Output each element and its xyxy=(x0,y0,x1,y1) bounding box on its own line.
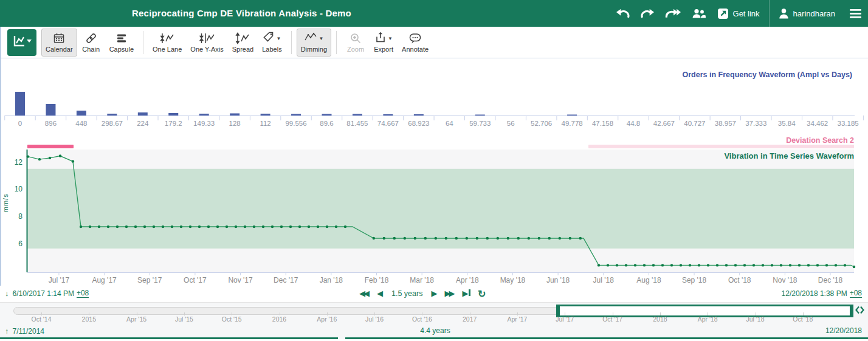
frequency-bar[interactable] xyxy=(230,114,239,116)
frequency-bar[interactable] xyxy=(383,114,393,115)
bar-category-label: 34.462 xyxy=(807,120,828,127)
trend-chart-icon xyxy=(12,34,32,51)
boundary-band xyxy=(27,169,854,249)
bar-category-label: 56 xyxy=(507,120,515,127)
expand-selection-icon[interactable] xyxy=(855,305,864,317)
toolbar-button-annotate[interactable]: Annotate xyxy=(398,29,433,57)
main-menu-button[interactable] xyxy=(841,0,864,27)
toolbar-button-capsule[interactable]: Capsule xyxy=(105,29,138,57)
frequency-bar[interactable] xyxy=(414,114,424,115)
frequency-bar[interactable] xyxy=(567,115,577,116)
seeq-workbench: Reciprocating Cmp DE Vibration Analysis … xyxy=(0,0,868,341)
bottom-accent-line xyxy=(0,337,338,339)
forward-history-button[interactable] xyxy=(660,0,686,27)
user-icon xyxy=(779,8,789,19)
toolbar-button-spread[interactable]: Spread xyxy=(228,29,258,57)
spread-icon xyxy=(235,32,250,44)
bar-category-label: 99.556 xyxy=(285,120,306,127)
frequency-bar-chart[interactable]: 0896448298.67224179.2149.3312811299.5568… xyxy=(0,61,868,131)
bar-category-label: 49.778 xyxy=(562,120,583,127)
undo-button[interactable] xyxy=(611,0,635,27)
month-label: Jul '17 xyxy=(49,276,70,284)
display-range-end[interactable]: 12/20/2018 1:38 PM xyxy=(782,289,847,298)
scrubber-label: Jul '17 xyxy=(556,315,574,323)
scrubber-label: Oct '17 xyxy=(602,315,622,323)
frequency-bar[interactable] xyxy=(475,115,485,116)
bottom-accent-line xyxy=(345,337,868,339)
range-full-start-arrow-icon: ↑ xyxy=(5,326,9,336)
bar-category-label: 81.455 xyxy=(346,120,368,127)
toolbar-button-one-lane[interactable]: One Lane xyxy=(148,29,186,57)
trend-view-dropdown[interactable] xyxy=(7,29,36,56)
step-forward-half-button[interactable]: ▶ xyxy=(427,287,441,300)
frequency-bar[interactable] xyxy=(199,114,209,115)
caret-down-icon: ▼ xyxy=(388,36,393,41)
month-label: Aug '17 xyxy=(92,276,117,284)
frequency-bar[interactable] xyxy=(291,114,301,116)
full-range-end[interactable]: 12/20/2018 xyxy=(825,326,862,335)
frequency-bar[interactable] xyxy=(107,114,117,115)
frequency-bar[interactable] xyxy=(138,112,148,115)
one-lane-icon xyxy=(160,32,174,44)
toolbar-button-chain[interactable]: Chain xyxy=(77,29,105,57)
frequency-bar[interactable] xyxy=(46,104,55,115)
frequency-bar[interactable] xyxy=(322,114,332,116)
investigate-range-scrubber: Oct '142015Apr '15Jul '15Oct '152016Apr … xyxy=(0,303,868,324)
bar-category-label: 149.33 xyxy=(193,120,215,127)
timezone-link[interactable]: +08 xyxy=(77,289,89,298)
step-back-full-button[interactable]: ◀◀ xyxy=(356,287,373,300)
toolbar-button-calendar[interactable]: Calendar xyxy=(41,29,77,57)
toolbar-button-export[interactable]: ▼ Export xyxy=(370,29,398,57)
display-range-row: ↓ 6/10/2017 1:14 PM +08 ◀◀ ◀ 1.5 years ▶… xyxy=(0,286,868,303)
dimming-icon xyxy=(304,31,317,46)
redo-button[interactable] xyxy=(635,0,660,27)
toolbar-button-labels[interactable]: ▼ Labels xyxy=(258,29,286,57)
scrubber-label: Oct '14 xyxy=(32,315,52,323)
scrubber-label: Apr '17 xyxy=(508,315,528,323)
toolbar-separator xyxy=(291,31,292,54)
month-label: Jan '18 xyxy=(320,276,343,284)
bar-category-label: 33.185 xyxy=(838,120,859,127)
toolbar-separator xyxy=(336,31,337,54)
toolbar-label: Zoom xyxy=(347,46,364,53)
frequency-bar[interactable] xyxy=(77,111,86,115)
timeseries-chart[interactable]: Deviation Search 2Vibration in Time Seri… xyxy=(0,137,868,286)
toolbar-label: Labels xyxy=(262,46,281,53)
y-tick-label: 10 xyxy=(15,185,23,193)
hamburger-icon xyxy=(849,9,862,19)
display-range-start[interactable]: 6/10/2017 1:14 PM xyxy=(13,289,74,298)
bar-category-label: 44.8 xyxy=(627,120,640,127)
annotate-bubble-icon xyxy=(408,32,422,44)
toolbar-button-one-y-axis[interactable]: One Y-Axis xyxy=(186,29,227,57)
frequency-bar[interactable] xyxy=(261,114,270,115)
step-forward-full-button[interactable]: ▶▶ xyxy=(441,287,458,300)
bar-category-label: 179.2 xyxy=(165,120,182,127)
step-back-half-button[interactable]: ◀ xyxy=(373,287,387,300)
header-divider xyxy=(769,0,770,27)
scrubber-label: Jul '16 xyxy=(365,315,384,323)
scrubber-label: Jul '15 xyxy=(175,315,193,323)
full-range-start[interactable]: 7/11/2014 xyxy=(13,327,45,336)
step-to-now-button[interactable]: ▶ xyxy=(458,287,474,300)
user-menu[interactable]: harindharan xyxy=(773,0,841,27)
full-range-duration[interactable]: 4.4 years xyxy=(420,326,450,335)
frequency-bar[interactable] xyxy=(168,113,178,115)
month-label: Aug '18 xyxy=(636,276,661,284)
month-label: Sep '17 xyxy=(137,276,162,284)
one-y-axis-icon xyxy=(199,32,215,44)
y-tick-label: 6 xyxy=(18,239,22,248)
condition-capsule-deviation-high[interactable] xyxy=(27,145,74,148)
tag-icon xyxy=(263,31,275,46)
toolbar-button-dimming[interactable]: ▼ Dimming xyxy=(297,29,331,57)
timezone-link[interactable]: +08 xyxy=(850,289,862,298)
collaborators-button[interactable] xyxy=(686,0,712,27)
get-link-button[interactable]: Get link xyxy=(712,0,765,27)
frequency-bar[interactable] xyxy=(353,114,362,116)
frequency-bar[interactable] xyxy=(15,92,25,115)
calendar-icon xyxy=(53,32,65,44)
month-label: Jul '18 xyxy=(593,276,615,284)
bar-category-label: 0 xyxy=(18,120,22,127)
display-duration[interactable]: 1.5 years xyxy=(387,289,427,298)
auto-update-icon[interactable]: ↻ xyxy=(474,288,489,300)
condition-capsule-deviation-low[interactable] xyxy=(588,145,854,148)
